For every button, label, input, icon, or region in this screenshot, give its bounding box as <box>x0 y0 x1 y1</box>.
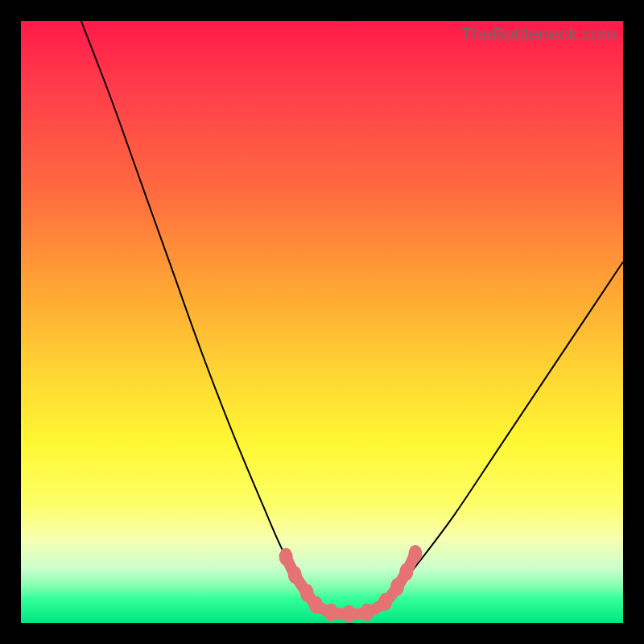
bead-right-4 <box>408 545 422 563</box>
bead-left-1 <box>279 548 293 566</box>
chart-svg <box>21 21 623 623</box>
bead-trough-1 <box>324 604 338 621</box>
bead-right-2 <box>390 578 404 596</box>
bead-trough-3 <box>361 604 374 621</box>
bead-right-1 <box>378 593 392 611</box>
bead-right-3 <box>399 563 413 580</box>
bead-left-2 <box>288 566 302 584</box>
bottleneck-curve <box>81 21 623 614</box>
bead-trough-2 <box>342 605 356 623</box>
chart-frame: TheBottleneck.com <box>21 21 623 623</box>
bead-left-4 <box>309 597 323 614</box>
